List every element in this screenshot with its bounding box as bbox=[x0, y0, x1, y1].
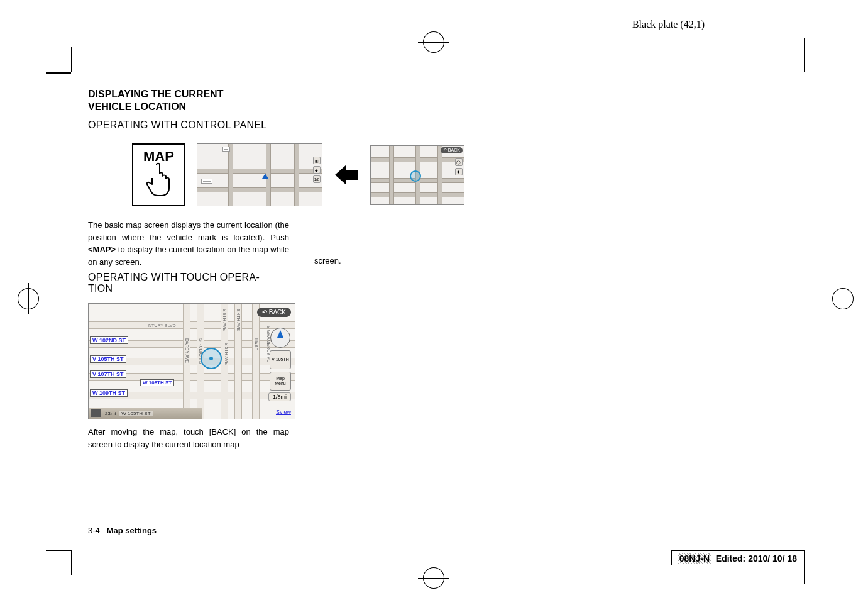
flag-icon bbox=[91, 409, 101, 417]
print-id-box: 08NJ-N Edited: 2010/ 10/ 18 bbox=[671, 550, 805, 565]
arrow-left-icon bbox=[334, 162, 359, 187]
back-chip: ↶ BACK bbox=[441, 147, 463, 153]
scroll-cursor-icon bbox=[201, 348, 222, 369]
scale-chip[interactable]: 1/8mi bbox=[268, 392, 291, 401]
subheading-control-panel: OPERATING WITH CONTROL PANEL bbox=[88, 119, 503, 131]
page-footer: 3-4 Map settings bbox=[88, 526, 157, 535]
section-heading: DISPLAYING THE CURRENT VEHICLE LOCATION bbox=[88, 88, 503, 113]
tool-label: V 105TH bbox=[272, 357, 289, 362]
map-keyword: <MAP> bbox=[88, 245, 116, 254]
print-id-text: Edited: 2010/ 10/ 18 bbox=[716, 553, 797, 564]
street-callout: —— bbox=[201, 179, 212, 184]
street-label: W 102ND ST bbox=[90, 336, 128, 344]
sub2-line1: OPERATING WITH TOUCH OPERA- bbox=[88, 272, 260, 282]
compass-icon[interactable] bbox=[270, 328, 290, 348]
back-arrow-icon: ↶ bbox=[262, 309, 267, 316]
street-label: V 105TH ST bbox=[90, 355, 126, 363]
vehicle-mark-icon bbox=[262, 174, 268, 179]
street-name: S 5TH AVE bbox=[224, 343, 229, 365]
back-chip-text: BACK bbox=[448, 148, 460, 152]
street-name: S 4TH AVE bbox=[236, 309, 241, 331]
map-side-icon: ◆ bbox=[313, 166, 321, 174]
tool-label: Menu bbox=[275, 381, 286, 386]
print-id-code: 08NJ-N bbox=[678, 553, 711, 564]
map-button-illustration: MAP bbox=[132, 143, 185, 206]
street-label: W 108TH ST bbox=[140, 379, 174, 386]
back-button[interactable]: ↶ BACK bbox=[257, 308, 291, 317]
street-name: S 6TH AVE bbox=[222, 309, 227, 331]
bottom-distance: 23mi bbox=[105, 411, 116, 416]
street-name: DARBY AVE bbox=[185, 338, 189, 363]
crop-mark-bl bbox=[66, 550, 72, 575]
bottom-status-bar: 23mi W 105TH ST bbox=[89, 408, 202, 419]
paragraph-touch-back: After moving the map, touch [BACK] on th… bbox=[88, 426, 289, 450]
map-tool-button[interactable]: V 105TH bbox=[270, 350, 291, 369]
registration-mark-top bbox=[418, 26, 449, 58]
map-right-controls: V 105TH Map Menu bbox=[268, 328, 292, 391]
paragraph-basic-map: The basic map screen displays the curren… bbox=[88, 219, 289, 268]
map-side-controls: ◧ ◆ 1/8 bbox=[313, 157, 321, 183]
back-button-label: BACK bbox=[269, 309, 286, 316]
heading-line1: DISPLAYING THE CURRENT bbox=[88, 89, 223, 99]
bottom-street: W 105TH ST bbox=[119, 411, 152, 416]
page-number: 3-4 bbox=[88, 526, 100, 535]
street-callout: — bbox=[222, 147, 230, 152]
street-name: HAAS bbox=[254, 338, 258, 350]
map-menu-button[interactable]: Map Menu bbox=[270, 372, 291, 391]
map-thumb-scrolled: ↶ BACK ◯ ◆ bbox=[370, 145, 464, 205]
registration-mark-right bbox=[827, 283, 859, 314]
tool-label: Map bbox=[276, 376, 285, 381]
hand-press-icon bbox=[145, 161, 172, 199]
street-label: V 107TH ST bbox=[90, 370, 126, 378]
street-name: NTURY BLVD bbox=[148, 323, 176, 328]
crop-mark-tr bbox=[804, 38, 805, 72]
figure-row-1: MAP — —— ◧ ◆ 1/8 bbox=[132, 143, 503, 206]
registration-mark-bottom bbox=[418, 562, 449, 594]
map-hard-button: MAP bbox=[132, 143, 185, 206]
map-thumb-current-location: — —— ◧ ◆ 1/8 bbox=[197, 143, 322, 206]
map-side-icon: ◧ bbox=[313, 157, 321, 164]
paragraph-continuation: screen. bbox=[314, 256, 341, 265]
map-side-controls: ◯ ◆ bbox=[455, 158, 463, 175]
heading-line2: VEHICLE LOCATION bbox=[88, 101, 186, 112]
sview-link[interactable]: Sview bbox=[276, 409, 291, 415]
crop-mark-tl bbox=[66, 47, 72, 72]
registration-mark-left bbox=[13, 283, 44, 314]
street-label: W 109TH ST bbox=[90, 389, 128, 397]
touch-map-figure: NTURY BLVD S 6TH AVE S 4TH AVE DARBY AVE… bbox=[88, 303, 295, 419]
sub2-line2: TION bbox=[88, 283, 113, 294]
scroll-cursor-icon bbox=[410, 170, 421, 182]
zoom-label: 1/8 bbox=[313, 175, 321, 183]
subheading-touch-operation: OPERATING WITH TOUCH OPERA- TION bbox=[88, 272, 503, 294]
footer-section-title: Map settings bbox=[107, 526, 157, 535]
map-side-icon: ◯ bbox=[455, 158, 463, 166]
map-side-icon: ◆ bbox=[455, 168, 463, 175]
page-content: DISPLAYING THE CURRENT VEHICLE LOCATION … bbox=[88, 88, 503, 450]
plate-marker: Black plate (42,1) bbox=[632, 19, 705, 30]
